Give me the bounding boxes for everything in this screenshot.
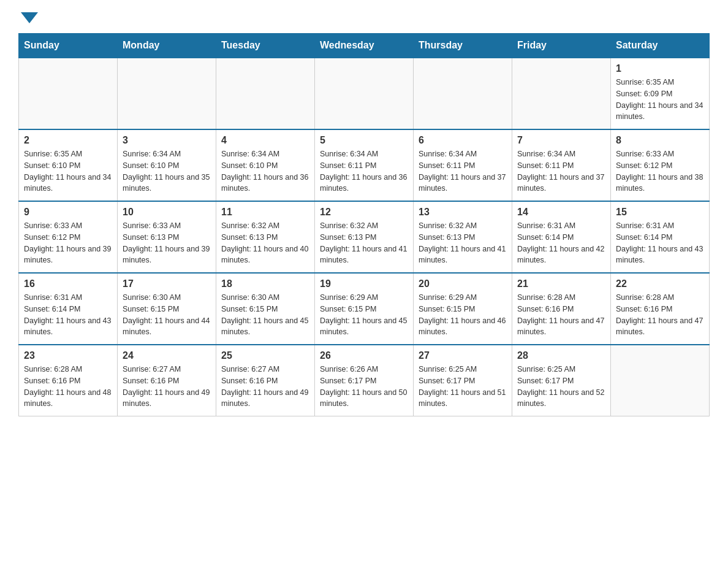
calendar-cell: [216, 58, 315, 129]
day-header-monday: Monday: [118, 34, 216, 58]
day-info: Sunrise: 6:31 AMSunset: 6:14 PMDaylight:…: [517, 220, 605, 266]
logo: [18, 12, 38, 21]
day-number: 8: [616, 135, 704, 146]
calendar-cell: 11Sunrise: 6:32 AMSunset: 6:13 PMDayligh…: [216, 201, 315, 273]
calendar-cell: 22Sunrise: 6:28 AMSunset: 6:16 PMDayligh…: [611, 273, 710, 345]
calendar-cell: 16Sunrise: 6:31 AMSunset: 6:14 PMDayligh…: [19, 273, 118, 345]
day-info: Sunrise: 6:35 AMSunset: 6:10 PMDaylight:…: [24, 148, 112, 194]
day-info: Sunrise: 6:28 AMSunset: 6:16 PMDaylight:…: [616, 292, 704, 338]
calendar-table: SundayMondayTuesdayWednesdayThursdayFrid…: [18, 33, 710, 416]
day-number: 12: [320, 207, 408, 218]
day-number: 13: [419, 207, 507, 218]
logo-arrow-icon: [21, 12, 38, 23]
calendar-cell: [414, 58, 512, 129]
calendar-cell: 10Sunrise: 6:33 AMSunset: 6:13 PMDayligh…: [118, 201, 216, 273]
calendar-cell: [611, 345, 710, 416]
day-info: Sunrise: 6:33 AMSunset: 6:12 PMDaylight:…: [24, 220, 112, 266]
day-info: Sunrise: 6:31 AMSunset: 6:14 PMDaylight:…: [616, 220, 704, 266]
week-row-5: 23Sunrise: 6:28 AMSunset: 6:16 PMDayligh…: [19, 345, 710, 416]
day-number: 4: [221, 135, 309, 146]
day-info: Sunrise: 6:32 AMSunset: 6:13 PMDaylight:…: [419, 220, 507, 266]
day-number: 26: [320, 350, 408, 361]
day-number: 16: [24, 278, 112, 289]
day-info: Sunrise: 6:31 AMSunset: 6:14 PMDaylight:…: [24, 292, 112, 338]
day-header-sunday: Sunday: [19, 34, 118, 58]
day-header-thursday: Thursday: [414, 34, 512, 58]
calendar-body: 1Sunrise: 6:35 AMSunset: 6:09 PMDaylight…: [19, 58, 710, 416]
calendar-cell: 17Sunrise: 6:30 AMSunset: 6:15 PMDayligh…: [118, 273, 216, 345]
day-info: Sunrise: 6:33 AMSunset: 6:12 PMDaylight:…: [616, 148, 704, 194]
day-header-wednesday: Wednesday: [315, 34, 414, 58]
calendar-cell: 4Sunrise: 6:34 AMSunset: 6:10 PMDaylight…: [216, 129, 315, 201]
week-row-1: 1Sunrise: 6:35 AMSunset: 6:09 PMDaylight…: [19, 58, 710, 129]
day-number: 18: [221, 278, 309, 289]
calendar-cell: 15Sunrise: 6:31 AMSunset: 6:14 PMDayligh…: [611, 201, 710, 273]
day-header-friday: Friday: [512, 34, 611, 58]
calendar-cell: 23Sunrise: 6:28 AMSunset: 6:16 PMDayligh…: [19, 345, 118, 416]
day-number: 17: [123, 278, 211, 289]
day-info: Sunrise: 6:35 AMSunset: 6:09 PMDaylight:…: [616, 77, 704, 123]
day-info: Sunrise: 6:32 AMSunset: 6:13 PMDaylight:…: [320, 220, 408, 266]
day-info: Sunrise: 6:29 AMSunset: 6:15 PMDaylight:…: [320, 292, 408, 338]
day-info: Sunrise: 6:34 AMSunset: 6:11 PMDaylight:…: [517, 148, 605, 194]
day-number: 7: [517, 135, 605, 146]
calendar-cell: 20Sunrise: 6:29 AMSunset: 6:15 PMDayligh…: [414, 273, 512, 345]
days-of-week-row: SundayMondayTuesdayWednesdayThursdayFrid…: [19, 34, 710, 58]
day-number: 10: [123, 207, 211, 218]
day-info: Sunrise: 6:30 AMSunset: 6:15 PMDaylight:…: [123, 292, 211, 338]
logo-general-text: [18, 12, 38, 23]
day-info: Sunrise: 6:34 AMSunset: 6:10 PMDaylight:…: [221, 148, 309, 194]
day-number: 23: [24, 350, 112, 361]
calendar-cell: [512, 58, 611, 129]
week-row-4: 16Sunrise: 6:31 AMSunset: 6:14 PMDayligh…: [19, 273, 710, 345]
calendar-cell: 14Sunrise: 6:31 AMSunset: 6:14 PMDayligh…: [512, 201, 611, 273]
calendar-cell: 13Sunrise: 6:32 AMSunset: 6:13 PMDayligh…: [414, 201, 512, 273]
day-info: Sunrise: 6:25 AMSunset: 6:17 PMDaylight:…: [419, 364, 507, 410]
calendar-cell: 12Sunrise: 6:32 AMSunset: 6:13 PMDayligh…: [315, 201, 414, 273]
calendar-cell: 5Sunrise: 6:34 AMSunset: 6:11 PMDaylight…: [315, 129, 414, 201]
day-info: Sunrise: 6:28 AMSunset: 6:16 PMDaylight:…: [24, 364, 112, 410]
calendar-cell: 28Sunrise: 6:25 AMSunset: 6:17 PMDayligh…: [512, 345, 611, 416]
day-info: Sunrise: 6:27 AMSunset: 6:16 PMDaylight:…: [123, 364, 211, 410]
calendar-cell: 3Sunrise: 6:34 AMSunset: 6:10 PMDaylight…: [118, 129, 216, 201]
calendar-cell: 6Sunrise: 6:34 AMSunset: 6:11 PMDaylight…: [414, 129, 512, 201]
calendar-cell: 24Sunrise: 6:27 AMSunset: 6:16 PMDayligh…: [118, 345, 216, 416]
page-header: [18, 12, 710, 21]
calendar-cell: 19Sunrise: 6:29 AMSunset: 6:15 PMDayligh…: [315, 273, 414, 345]
calendar-cell: [118, 58, 216, 129]
day-info: Sunrise: 6:34 AMSunset: 6:10 PMDaylight:…: [123, 148, 211, 194]
calendar-cell: 18Sunrise: 6:30 AMSunset: 6:15 PMDayligh…: [216, 273, 315, 345]
day-info: Sunrise: 6:33 AMSunset: 6:13 PMDaylight:…: [123, 220, 211, 266]
calendar-header: SundayMondayTuesdayWednesdayThursdayFrid…: [19, 34, 710, 58]
day-number: 2: [24, 135, 112, 146]
day-number: 3: [123, 135, 211, 146]
day-number: 22: [616, 278, 704, 289]
day-info: Sunrise: 6:27 AMSunset: 6:16 PMDaylight:…: [221, 364, 309, 410]
day-info: Sunrise: 6:29 AMSunset: 6:15 PMDaylight:…: [419, 292, 507, 338]
day-number: 24: [123, 350, 211, 361]
calendar-cell: 7Sunrise: 6:34 AMSunset: 6:11 PMDaylight…: [512, 129, 611, 201]
day-number: 19: [320, 278, 408, 289]
calendar-cell: 8Sunrise: 6:33 AMSunset: 6:12 PMDaylight…: [611, 129, 710, 201]
day-number: 9: [24, 207, 112, 218]
calendar-cell: 26Sunrise: 6:26 AMSunset: 6:17 PMDayligh…: [315, 345, 414, 416]
calendar-cell: 25Sunrise: 6:27 AMSunset: 6:16 PMDayligh…: [216, 345, 315, 416]
day-info: Sunrise: 6:25 AMSunset: 6:17 PMDaylight:…: [517, 364, 605, 410]
day-number: 28: [517, 350, 605, 361]
day-header-tuesday: Tuesday: [216, 34, 315, 58]
day-number: 21: [517, 278, 605, 289]
day-number: 27: [419, 350, 507, 361]
calendar-cell: 9Sunrise: 6:33 AMSunset: 6:12 PMDaylight…: [19, 201, 118, 273]
week-row-2: 2Sunrise: 6:35 AMSunset: 6:10 PMDaylight…: [19, 129, 710, 201]
day-info: Sunrise: 6:26 AMSunset: 6:17 PMDaylight:…: [320, 364, 408, 410]
day-info: Sunrise: 6:34 AMSunset: 6:11 PMDaylight:…: [419, 148, 507, 194]
day-info: Sunrise: 6:30 AMSunset: 6:15 PMDaylight:…: [221, 292, 309, 338]
calendar-cell: 21Sunrise: 6:28 AMSunset: 6:16 PMDayligh…: [512, 273, 611, 345]
calendar-cell: 27Sunrise: 6:25 AMSunset: 6:17 PMDayligh…: [414, 345, 512, 416]
day-number: 1: [616, 63, 704, 74]
day-number: 20: [419, 278, 507, 289]
calendar-cell: 2Sunrise: 6:35 AMSunset: 6:10 PMDaylight…: [19, 129, 118, 201]
calendar-cell: 1Sunrise: 6:35 AMSunset: 6:09 PMDaylight…: [611, 58, 710, 129]
day-info: Sunrise: 6:34 AMSunset: 6:11 PMDaylight:…: [320, 148, 408, 194]
calendar-cell: [19, 58, 118, 129]
